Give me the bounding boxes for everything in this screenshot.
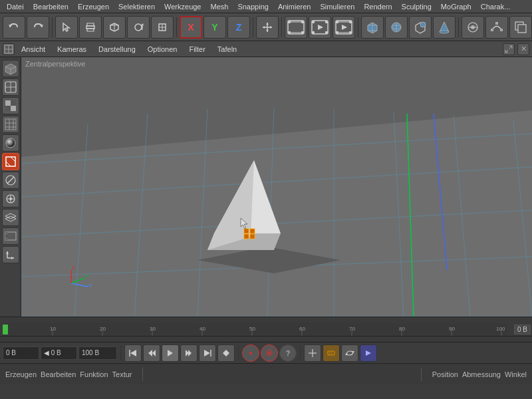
svg-point-43 xyxy=(420,22,426,27)
next-frame-button[interactable] xyxy=(180,344,198,362)
redo-button[interactable] xyxy=(27,16,49,39)
menu-mograph[interactable]: MoGraph xyxy=(437,2,475,11)
svg-marker-36 xyxy=(342,25,347,30)
symmetry-button[interactable] xyxy=(462,16,484,39)
render-preview-button[interactable] xyxy=(309,16,331,39)
edge-mode-button[interactable] xyxy=(2,172,19,189)
left-toolbar xyxy=(0,57,21,317)
bearbeiten-label[interactable]: Bearbeiten xyxy=(41,370,76,378)
goto-end-button[interactable] xyxy=(199,344,216,362)
menu-selektieren[interactable]: Selektieren xyxy=(114,2,159,11)
svg-text:100: 100 xyxy=(496,326,505,332)
svg-text:0: 0 xyxy=(4,327,7,333)
funktion-label[interactable]: Funktion xyxy=(80,370,108,378)
timeline-ruler[interactable]: 0 10 20 30 40 50 60 70 80 90 100 0 B xyxy=(0,323,532,336)
optionen-menu[interactable]: Optionen xyxy=(142,44,183,55)
record-auto-button[interactable]: ● xyxy=(242,344,259,362)
erzeugen-label[interactable]: Erzeugen xyxy=(5,370,37,378)
rotate-button[interactable] xyxy=(127,16,150,39)
primitive-cube-button[interactable] xyxy=(361,16,384,39)
keyframe-button[interactable] xyxy=(323,344,340,362)
svg-rect-95 xyxy=(5,235,8,237)
scale-button[interactable] xyxy=(151,16,174,39)
checkerboard-button[interactable] xyxy=(2,97,19,114)
x-axis-button[interactable]: X xyxy=(180,16,202,39)
svg-rect-17 xyxy=(288,21,291,23)
display-mode-button[interactable] xyxy=(2,78,19,96)
main-area: Zentralperspektive xyxy=(0,57,532,317)
primitive-sphere-button[interactable] xyxy=(385,16,408,39)
kameras-menu[interactable]: Kameras xyxy=(52,44,92,55)
y-axis-button[interactable]: Y xyxy=(203,16,226,39)
svg-marker-158 xyxy=(130,350,136,356)
svg-rect-26 xyxy=(312,31,315,34)
boole-button[interactable] xyxy=(509,16,532,39)
loop-button[interactable] xyxy=(341,344,358,362)
menu-charak[interactable]: Charak... xyxy=(477,2,515,11)
record-auto-icon: ● xyxy=(249,349,253,356)
menu-snapping[interactable]: Snapping xyxy=(233,2,273,11)
svg-rect-79 xyxy=(11,100,16,106)
transport-sep2 xyxy=(238,346,239,360)
textur-label[interactable]: Textur xyxy=(112,370,132,378)
grid-button[interactable] xyxy=(2,116,19,133)
close-viewport-icon[interactable]: ✕ xyxy=(517,43,529,55)
menu-simulieren[interactable]: Simulieren xyxy=(316,2,358,11)
undo-button[interactable] xyxy=(3,16,25,39)
goto-start-button[interactable] xyxy=(124,344,142,362)
primitive-cone-button[interactable] xyxy=(433,16,456,39)
svg-text:80: 80 xyxy=(399,326,405,332)
viewport-toolbar: Ansicht Kameras Darstellung Optionen Fil… xyxy=(0,41,532,57)
render-video-button[interactable] xyxy=(332,16,355,39)
filter-menu[interactable]: Filter xyxy=(184,44,210,55)
svg-marker-100 xyxy=(11,257,14,259)
svg-marker-176 xyxy=(345,353,348,355)
play-button[interactable] xyxy=(162,344,179,362)
render-animation-button[interactable] xyxy=(360,344,377,362)
svg-rect-134 xyxy=(3,323,508,336)
motion-record-button[interactable] xyxy=(261,344,278,362)
expand-icon[interactable] xyxy=(503,43,515,55)
menu-rendern[interactable]: Rendern xyxy=(360,2,396,11)
polygon-mode-button[interactable] xyxy=(2,153,19,170)
add-object-button[interactable] xyxy=(79,16,102,39)
view-cube-button[interactable] xyxy=(2,60,19,77)
darstellung-menu[interactable]: Darstellung xyxy=(93,44,141,55)
record-keyframe-button[interactable] xyxy=(217,344,235,362)
svg-line-72 xyxy=(509,46,512,49)
end-frame-input[interactable] xyxy=(78,346,117,360)
menu-animieren[interactable]: Animieren xyxy=(274,2,315,11)
select-tool-button[interactable] xyxy=(55,16,78,39)
expand-tl-button[interactable] xyxy=(304,344,321,362)
viewport-3d[interactable]: Zentralperspektive xyxy=(21,57,532,317)
menu-werkzeuge[interactable]: Werkzeuge xyxy=(160,2,205,11)
move-tool-button[interactable] xyxy=(256,16,279,39)
current-frame-input[interactable] xyxy=(41,346,77,360)
help-button[interactable]: ? xyxy=(279,344,297,362)
cube-button[interactable] xyxy=(103,16,126,39)
prev-frame-button[interactable] xyxy=(143,344,160,362)
z-axis-button[interactable]: Z xyxy=(227,16,250,39)
axes-button[interactable] xyxy=(2,246,19,263)
start-frame-input[interactable] xyxy=(3,346,39,360)
left-status-section: Erzeugen Bearbeiten Funktion Textur xyxy=(5,370,132,378)
svg-rect-121 xyxy=(244,229,249,233)
svg-marker-13 xyxy=(266,30,269,32)
abmessung-label: Abmessung xyxy=(462,370,501,378)
menu-bearbeiten[interactable]: Bearbeiten xyxy=(29,2,72,11)
menu-datei[interactable]: Datei xyxy=(3,2,28,11)
tafeln-menu[interactable]: Tafeln xyxy=(212,44,242,55)
menu-erzeugen[interactable]: Erzeugen xyxy=(74,2,113,11)
ansicht-menu[interactable]: Ansicht xyxy=(16,44,51,55)
primitive-cylinder-button[interactable] xyxy=(409,16,432,39)
menu-sculpting[interactable]: Sculpting xyxy=(398,2,436,11)
render-frame-button[interactable] xyxy=(285,16,307,39)
deformer-button[interactable] xyxy=(485,16,508,39)
snap-button[interactable] xyxy=(2,190,19,207)
render-settings-button[interactable] xyxy=(2,227,19,245)
shading-button[interactable] xyxy=(2,134,19,152)
menu-mesh[interactable]: Mesh xyxy=(206,2,232,11)
layers-button[interactable] xyxy=(2,209,19,226)
x-label: X xyxy=(188,22,194,33)
right-status-section: Position Abmessung Winkel xyxy=(432,370,527,378)
